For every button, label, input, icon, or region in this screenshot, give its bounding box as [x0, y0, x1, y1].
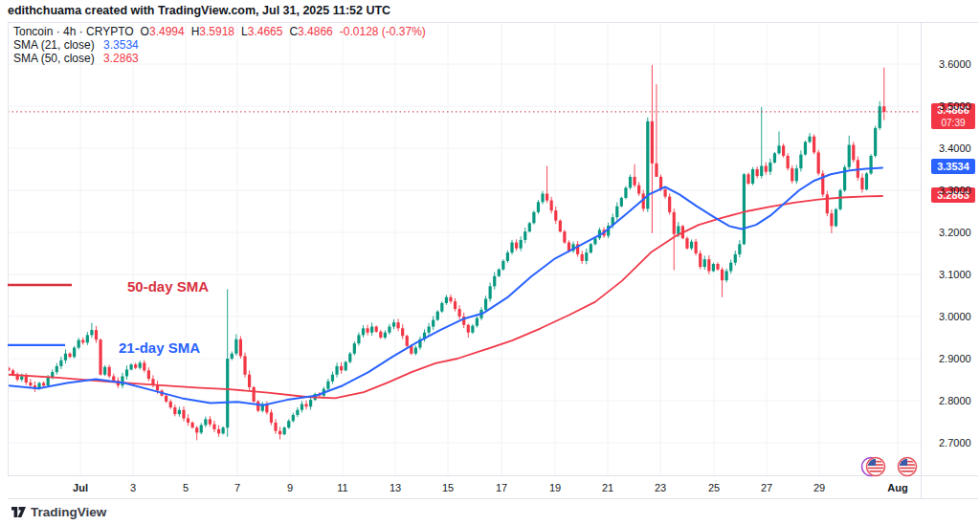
- price-tick-label: 3.1000: [939, 269, 971, 280]
- bar-countdown: 07:39: [931, 117, 975, 129]
- sma21-callout-label[interactable]: 21-day SMA: [119, 339, 200, 356]
- time-tick-label: 13: [390, 482, 401, 493]
- price-tick-label: 3.4000: [939, 142, 971, 154]
- legend-sma50-row[interactable]: SMA (50, close) 3.2863: [13, 52, 426, 65]
- us-flag-event-icon-double[interactable]: [862, 458, 885, 476]
- price-tick-label: 3.0000: [939, 311, 971, 322]
- symbol-title: Toncoin · 4h · CRYPTO: [13, 25, 134, 38]
- ohlc-key: C: [289, 25, 298, 38]
- price-tick-label: 3.5000: [939, 100, 971, 112]
- legend-sma21-row[interactable]: SMA (21, close) 3.3534: [13, 38, 426, 52]
- tradingview-logo[interactable]: TradingView: [11, 504, 106, 519]
- grid-lines: [8, 22, 921, 475]
- time-tick-label: 3: [130, 482, 136, 493]
- time-tick-label: 9: [287, 482, 293, 493]
- ohlc-values: O3.4994H3.5918L3.4665C3.4866: [134, 25, 333, 38]
- us-flag-event-icon[interactable]: [899, 458, 917, 476]
- event-icons-group: [856, 455, 923, 479]
- price-tick-label: 2.7000: [939, 437, 971, 448]
- ohlc-value: 3.4665: [248, 25, 283, 38]
- sma50-callout-label[interactable]: 50-day SMA: [127, 278, 209, 295]
- price-tick-label: 3.6000: [939, 58, 971, 70]
- time-tick-label: 21: [602, 482, 613, 493]
- sma50-label: SMA (50, close): [13, 52, 95, 65]
- ohlc-key: O: [141, 25, 149, 38]
- drawing-annotations[interactable]: [8, 285, 72, 345]
- time-tick-label: 25: [708, 482, 720, 493]
- time-tick-label: 7: [234, 482, 240, 493]
- sma21-value: 3.3534: [103, 38, 139, 52]
- time-tick-label: 15: [442, 482, 454, 493]
- tradingview-logo-icon: [11, 504, 27, 519]
- sma21-label: SMA (21, close): [13, 38, 95, 52]
- time-tick-label: Aug: [887, 482, 907, 493]
- price-tick-label: 3.3000: [939, 185, 971, 196]
- time-tick-label: 17: [496, 482, 507, 493]
- legend-symbol-row[interactable]: Toncoin · 4h · CRYPTOO3.4994H3.5918L3.46…: [13, 25, 426, 38]
- time-tick-label: 19: [549, 482, 561, 493]
- candlestick-chart-canvas[interactable]: [0, 0, 980, 525]
- time-tick-label: Jul: [73, 482, 88, 493]
- ohlc-key: L: [241, 25, 248, 38]
- sma50-value: 3.2863: [103, 52, 139, 65]
- price-tick-label: 2.9000: [939, 353, 971, 364]
- sma21-price-badge: 3.3534: [931, 159, 975, 174]
- price-tick-label: 2.8000: [939, 395, 971, 406]
- ohlc-value: 3.4994: [149, 25, 185, 38]
- ohlc-value: 3.5918: [199, 25, 234, 38]
- price-tick-label: 3.2000: [939, 227, 971, 238]
- tradingview-chart-page: edithchuama created with TradingView.com…: [0, 0, 980, 525]
- time-tick-label: 5: [183, 482, 189, 493]
- chart-legend: Toncoin · 4h · CRYPTOO3.4994H3.5918L3.46…: [13, 25, 426, 65]
- change-value: -0.0128 (-0.37%): [340, 25, 426, 38]
- ohlc-value: 3.4866: [298, 25, 333, 38]
- tradingview-logo-text: TradingView: [31, 505, 106, 519]
- time-tick-label: 29: [813, 482, 825, 493]
- time-tick-label: 23: [655, 482, 666, 493]
- time-tick-label: 11: [337, 482, 347, 493]
- time-tick-label: 27: [761, 482, 772, 493]
